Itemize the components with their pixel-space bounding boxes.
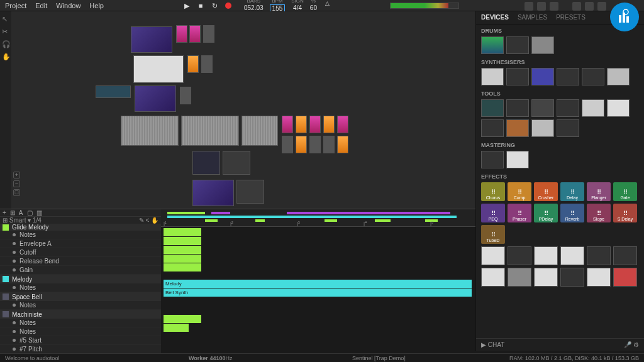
clip[interactable] <box>164 237 201 245</box>
device-card[interactable] <box>607 99 630 117</box>
device-card[interactable] <box>508 268 531 287</box>
menu-project[interactable]: Project <box>5 2 26 9</box>
device-fx[interactable] <box>187 55 199 73</box>
chat-bar[interactable]: ▶ CHAT 🎤 ⚙ <box>476 338 644 351</box>
fx-card[interactable]: ⠿PDelay <box>534 204 558 222</box>
device-card[interactable] <box>531 119 554 137</box>
fx-card[interactable]: ⠿Reverb <box>560 204 584 222</box>
grid-icon[interactable]: ⊞ <box>3 217 8 224</box>
device-fx[interactable] <box>337 116 348 133</box>
clip[interactable] <box>164 324 189 332</box>
fx-card[interactable]: ⠿Comp <box>508 182 531 201</box>
device-card[interactable] <box>587 246 611 265</box>
play-button[interactable]: ▶ <box>182 1 191 10</box>
user-icon[interactable] <box>572 2 581 11</box>
clip-melody[interactable]: Melody <box>164 280 472 288</box>
headphone-icon[interactable]: 🎧 <box>2 40 9 48</box>
device-fx[interactable] <box>282 116 293 133</box>
view3-icon[interactable] <box>550 2 558 11</box>
menu-help[interactable]: Help <box>89 2 104 9</box>
device-card[interactable] <box>506 99 529 117</box>
fx-card[interactable]: ⠿Crusher <box>534 182 558 201</box>
sequencer[interactable]: |¹ |² |³ |⁴ |⁵ Melody Bell Synth <box>161 209 475 353</box>
add-track-icon[interactable]: + <box>3 209 6 216</box>
track-header[interactable]: Space Bell <box>0 292 161 301</box>
fx-card[interactable]: ⠿Chorus <box>481 182 505 201</box>
clip[interactable] <box>164 255 201 263</box>
tab-devices[interactable]: DEVICES <box>481 14 509 22</box>
device-card[interactable] <box>613 246 637 265</box>
device-synth[interactable] <box>192 180 234 206</box>
device-fx[interactable] <box>203 25 214 43</box>
zoom-out-button[interactable]: − <box>13 180 20 187</box>
device-card[interactable] <box>506 36 529 54</box>
fx-card[interactable]: ⠿PEQ <box>481 204 505 222</box>
tab-presets[interactable]: PRESETS <box>556 14 586 22</box>
device-fx[interactable] <box>309 116 321 133</box>
device-fx[interactable] <box>180 87 191 104</box>
track-param[interactable]: Notes <box>0 231 161 239</box>
clip[interactable] <box>164 246 201 254</box>
device-card[interactable] <box>560 246 584 265</box>
tab-samples[interactable]: SAMPLES <box>518 14 547 22</box>
track-param[interactable]: Cutoff <box>0 248 161 257</box>
track-param[interactable]: Gain <box>0 266 161 275</box>
tool-icon[interactable]: ⊞ <box>10 209 15 216</box>
hand-tool-icon[interactable]: ✋ <box>2 53 9 60</box>
device-fx[interactable] <box>282 136 293 153</box>
fx-card[interactable]: ⠿TubeD <box>481 225 505 244</box>
zoom-in-button[interactable]: + <box>13 172 20 178</box>
track-param[interactable]: Notes <box>0 327 161 336</box>
device-card[interactable] <box>481 99 504 117</box>
fx-card[interactable]: ⠿Gate <box>613 182 637 201</box>
view-icon[interactable] <box>525 2 533 11</box>
device-card[interactable] <box>481 36 504 54</box>
share-icon[interactable] <box>585 2 594 11</box>
device-card[interactable] <box>481 246 505 265</box>
bars-value[interactable]: 052.03 <box>244 4 264 11</box>
device-card[interactable] <box>613 268 637 287</box>
shuffle-value[interactable]: 60 <box>310 4 317 11</box>
track-param[interactable]: Release Bend <box>0 257 161 266</box>
mic-icon[interactable] <box>597 2 606 11</box>
device-synth[interactable] <box>96 85 131 98</box>
device-card[interactable] <box>582 99 604 117</box>
device-card[interactable] <box>534 268 558 287</box>
device-card[interactable] <box>531 99 554 117</box>
fx-card[interactable]: ⠿Delay <box>560 182 584 201</box>
pencil-icon[interactable]: ✎ <box>139 217 144 224</box>
clip[interactable] <box>164 315 201 323</box>
track-param[interactable]: Notes <box>0 319 161 327</box>
device-card[interactable] <box>508 246 531 265</box>
cut-tool-icon[interactable]: ✂ <box>2 28 9 35</box>
device-card[interactable] <box>506 119 529 137</box>
device-mixer[interactable] <box>242 116 278 146</box>
device-card[interactable] <box>481 119 504 137</box>
fx-card[interactable]: ⠿Slope <box>587 204 611 222</box>
record-button[interactable] <box>224 1 233 10</box>
metronome-icon[interactable]: △ <box>323 0 332 8</box>
device-wave[interactable] <box>236 180 264 204</box>
track-param[interactable]: Notes <box>0 301 161 310</box>
track-param[interactable]: #7 Pitch <box>0 345 161 354</box>
loop-button[interactable]: ↻ <box>210 1 219 10</box>
device-mixer[interactable] <box>181 116 239 146</box>
tool-icon[interactable]: ▥ <box>36 209 42 216</box>
zoom-fit-button[interactable]: □ <box>13 189 20 196</box>
fx-card[interactable]: ⠿S.Delay <box>613 204 637 222</box>
device-card[interactable] <box>531 36 554 54</box>
device-fx[interactable] <box>323 116 335 133</box>
device-card[interactable] <box>560 268 584 287</box>
device-card[interactable] <box>607 68 630 85</box>
track-header[interactable]: Machiniste <box>0 310 161 319</box>
device-card[interactable] <box>557 68 579 85</box>
device-card[interactable] <box>534 246 558 265</box>
device-fx[interactable] <box>189 25 201 43</box>
fx-card[interactable]: ⠿Flanger <box>587 182 611 201</box>
device-card[interactable] <box>481 268 505 287</box>
device-wave[interactable] <box>223 151 250 175</box>
device-card[interactable] <box>531 68 554 85</box>
device-fx[interactable] <box>323 136 335 153</box>
tool-icon[interactable]: ✋ <box>151 217 158 224</box>
view2-icon[interactable] <box>537 2 546 11</box>
